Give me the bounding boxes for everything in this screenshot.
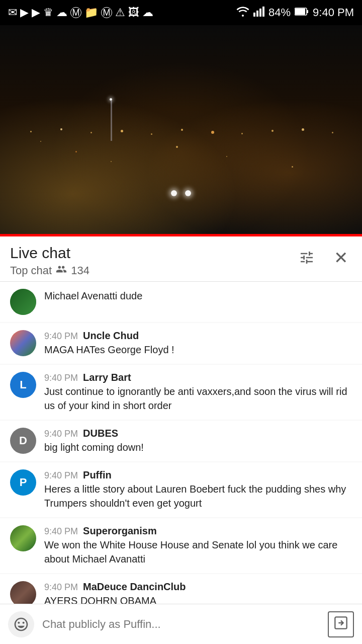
chat-header-left: Live chat Top chat 134 — [10, 245, 89, 277]
message-content: Michael Avenatti dude — [44, 289, 352, 303]
close-button[interactable]: ✕ — [330, 247, 352, 269]
chat-message: 9:40 PM Uncle Chud MAGA HATes George Flo… — [0, 323, 362, 364]
wifi-icon — [236, 6, 249, 20]
message-time: 9:40 PM — [44, 429, 78, 439]
send-icon — [334, 616, 348, 633]
cloud-icon: ☁ — [56, 6, 67, 19]
status-bar: ✉ ▶ ▶ ♛ ☁ M 📁 M ⚠ 🖼 ☁ 84% 9:40 PM — [0, 0, 362, 25]
bright-lights — [171, 190, 191, 196]
battery-text: 84% — [268, 6, 291, 19]
message-text: big light coming down! — [44, 440, 352, 454]
signal-icon — [253, 6, 264, 20]
battery-icon — [295, 6, 309, 19]
avatar: D — [10, 428, 36, 454]
chat-title: Live chat — [10, 245, 89, 262]
filters-button[interactable] — [296, 247, 318, 269]
chat-message: Michael Avenatti dude — [0, 282, 362, 322]
svg-rect-6 — [307, 10, 308, 13]
message-content: 9:40 PM Superorganism We won the White H… — [44, 525, 352, 566]
message-content: 9:40 PM Uncle Chud MAGA HATes George Flo… — [44, 330, 352, 357]
m-icon: M — [70, 7, 81, 18]
chat-message: L 9:40 PM Larry Bart Just continue to ig… — [0, 365, 362, 420]
svg-rect-0 — [253, 13, 255, 17]
folder-icon: 📁 — [84, 6, 98, 19]
m2-icon: M — [101, 7, 112, 18]
top-chat-label: Top chat — [10, 264, 52, 277]
chat-message: P 9:40 PM Puffin Heres a little story ab… — [0, 462, 362, 517]
chat-panel: Live chat Top chat 134 ✕ — [0, 236, 362, 644]
chat-messages-list: Michael Avenatti dude 9:40 PM Uncle Chud… — [0, 282, 362, 644]
warning-icon: ⚠ — [115, 6, 125, 19]
message-content: 9:40 PM Puffin Heres a little story abou… — [44, 469, 352, 510]
message-meta: 9:40 PM Uncle Chud — [44, 330, 352, 342]
chat-subtitle[interactable]: Top chat 134 — [10, 264, 89, 277]
message-author: Uncle Chud — [83, 330, 139, 342]
message-meta: 9:40 PM MaDeuce DancinClub — [44, 581, 352, 593]
message-time: 9:40 PM — [44, 373, 78, 383]
message-text: Just continue to ignorantly be anti vaxx… — [44, 384, 352, 413]
message-time: 9:40 PM — [44, 582, 78, 593]
message-time: 9:40 PM — [44, 470, 78, 481]
chat-message: 9:40 PM Superorganism We won the White H… — [0, 518, 362, 573]
message-author: MaDeuce DancinClub — [83, 581, 186, 593]
viewers-count: 134 — [71, 264, 89, 277]
message-meta: 9:40 PM Puffin — [44, 469, 352, 481]
svg-rect-5 — [295, 9, 305, 15]
msg-icon: ✉ — [8, 6, 17, 19]
message-text: Michael Avenatti dude — [44, 289, 352, 303]
avatar — [10, 330, 36, 356]
chat-header: Live chat Top chat 134 ✕ — [0, 236, 362, 282]
message-author: Superorganism — [83, 525, 157, 537]
close-icon: ✕ — [334, 248, 348, 268]
message-meta: 9:40 PM DUBES — [44, 428, 352, 439]
avatar — [10, 525, 36, 551]
video-player[interactable] — [0, 25, 362, 236]
message-content: 9:40 PM DUBES big light coming down! — [44, 428, 352, 454]
chat-header-right: ✕ — [296, 245, 352, 269]
chat-input-bar — [0, 604, 362, 644]
message-meta: 9:40 PM Superorganism — [44, 525, 352, 537]
avatar — [10, 289, 36, 315]
send-button[interactable] — [328, 611, 354, 637]
emoji-button[interactable] — [8, 611, 34, 637]
chat-message: D 9:40 PM DUBES big light coming down! — [0, 421, 362, 461]
red-progress-bar — [0, 234, 362, 236]
message-text: We won the White House House and Senate … — [44, 538, 352, 566]
message-text: Heres a little story about Lauren Boeber… — [44, 482, 352, 510]
message-time: 9:40 PM — [44, 331, 78, 342]
message-author: DUBES — [83, 428, 118, 439]
svg-rect-3 — [262, 7, 264, 17]
viewers-icon — [56, 264, 67, 277]
chat-input[interactable] — [42, 618, 320, 631]
message-meta: 9:40 PM Larry Bart — [44, 372, 352, 383]
notification-icons: ✉ ▶ ▶ ♛ ☁ M 📁 M ⚠ 🖼 ☁ — [8, 6, 153, 19]
message-content: 9:40 PM Larry Bart Just continue to igno… — [44, 372, 352, 413]
image-icon: 🖼 — [128, 6, 139, 19]
message-text: MAGA HATes George Floyd ! — [44, 343, 352, 357]
crown-icon: ♛ — [43, 6, 53, 19]
svg-rect-2 — [259, 9, 261, 17]
avatar: P — [10, 469, 36, 496]
yt-icon2: ▶ — [32, 6, 40, 19]
city-lights — [0, 25, 362, 236]
message-author: Larry Bart — [83, 372, 131, 383]
svg-rect-1 — [256, 11, 258, 17]
yt-icon: ▶ — [20, 6, 29, 19]
message-time: 9:40 PM — [44, 526, 78, 537]
time: 9:40 PM — [313, 6, 354, 19]
cloud2-icon: ☁ — [142, 6, 153, 19]
avatar: L — [10, 372, 36, 398]
status-indicators: 84% 9:40 PM — [236, 6, 354, 20]
message-author: Puffin — [83, 469, 112, 481]
